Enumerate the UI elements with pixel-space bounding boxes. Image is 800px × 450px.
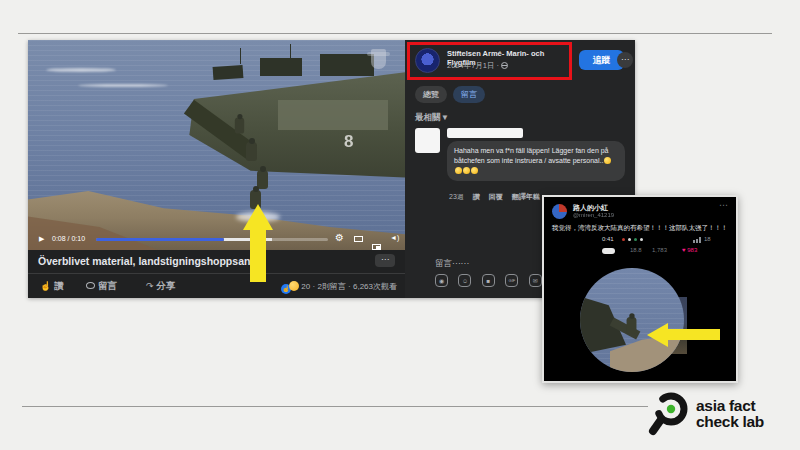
yellow-arrow-up-head: [243, 204, 273, 230]
comment-age: 23週: [449, 193, 464, 200]
composer-icon-row: ◉ ☺ ■ GIF ✉: [435, 274, 548, 292]
boat-superstructure: [320, 54, 374, 76]
commenter-avatar-redacted: [415, 128, 440, 153]
rofl-emoji: [471, 167, 478, 174]
bottom-divider-line: [22, 406, 648, 407]
post-action-bar: ☝讚 留言 ↷分享 ☝ 20 · 2則留言 · 6,263次觀看: [28, 273, 405, 298]
x-video-timestamp: 0:41: [602, 236, 614, 242]
asia-fact-check-lab-logo: asia fact check lab: [646, 388, 791, 440]
separator: ·: [348, 282, 351, 291]
heart-icon: ♥: [682, 247, 686, 253]
play-icon[interactable]: ▶: [39, 235, 44, 243]
signal-bars-icon: [696, 239, 698, 243]
x-repost-count[interactable]: 18.8: [630, 247, 642, 253]
comment-bubble[interactable]: Hahaha men va f*n fäll läppen! Lägger fa…: [447, 141, 625, 181]
comment-bubble-icon: [86, 282, 95, 289]
hull-number: 8: [344, 132, 353, 152]
comment-reply-link[interactable]: 回覆: [489, 193, 503, 200]
soldier-figure: [627, 317, 637, 334]
progress-dot: [622, 238, 625, 241]
boat-superstructure: [260, 58, 302, 76]
boat-hull-panel: [278, 100, 388, 130]
x-post-screenshot: 路人的小紅 @miren_41219 ⋯ 我觉得，湾湾反攻大陆真的有希望！！！这…: [542, 195, 738, 383]
top-divider-line: [18, 33, 772, 34]
soldier-figure: [246, 142, 257, 161]
x-liked-heart[interactable]: ♥ 983: [682, 247, 697, 253]
factcheck-graphic: 8 ▶ 0:08 / 0:10 ⚙ ◄) Överblivet: [0, 0, 800, 450]
like-button[interactable]: ☝讚: [40, 280, 64, 293]
comment-translate-link[interactable]: 翻譯年糕: [512, 193, 540, 200]
volume-icon[interactable]: ◄): [390, 234, 399, 241]
progress-dot: [628, 238, 631, 241]
engagement-summary[interactable]: ☝ 20 · 2則留言 · 6,263次觀看: [281, 281, 397, 294]
video-title: Överblivet material, landstigningshoppsa…: [38, 255, 250, 267]
comment-like-link[interactable]: 讚: [473, 193, 480, 200]
settings-gear-icon[interactable]: ⚙: [335, 232, 344, 243]
share-button[interactable]: ↷分享: [146, 280, 176, 293]
gif-icon[interactable]: GIF: [505, 274, 518, 287]
x-reply-count-redacted[interactable]: [602, 248, 615, 254]
armemarinfilm-watermark-crest: [371, 49, 386, 69]
separator: ·: [312, 282, 315, 291]
red-highlight-box: [407, 42, 572, 80]
x-engagement-row: 18.8 1,783 ♥ 983: [544, 247, 736, 255]
x-more-button[interactable]: ⋯: [719, 200, 728, 210]
avatar-sticker-icon[interactable]: ◉: [435, 274, 448, 287]
video-control-bar: ▶ 0:08 / 0:10 ⚙ ◄): [28, 228, 405, 250]
tab-comments[interactable]: 留言: [453, 86, 485, 103]
x-view-count: 18: [704, 236, 711, 242]
share-arrow-icon: ↷: [146, 281, 154, 291]
x-video-circle-crop: [580, 268, 684, 372]
comment-button[interactable]: 留言: [86, 280, 117, 293]
sort-dropdown[interactable]: 最相關 ▾: [415, 112, 447, 124]
comment-meta-row: 23週讚回覆翻譯年糕: [449, 192, 540, 202]
x-like-count[interactable]: 1,783: [652, 247, 667, 253]
magnifier-logo-icon: [646, 389, 692, 439]
x-post-text: 我觉得，湾湾反攻大陆真的有希望！！！这部队太强了！！！: [552, 224, 732, 233]
yellow-arrow-left-head: [647, 323, 668, 347]
progress-dot: [640, 238, 643, 241]
wave-foam: [78, 84, 168, 87]
laughing-emoji: [463, 167, 470, 174]
view-count: 6,263次觀看: [353, 282, 397, 291]
video-progress-bar[interactable]: [96, 238, 328, 241]
yellow-arrow-left-shaft: [667, 329, 720, 340]
boat-superstructure: [213, 65, 244, 80]
emoji-icon[interactable]: ☺: [458, 274, 471, 287]
post-more-button[interactable]: ⋯: [617, 52, 633, 68]
commenter-name-redacted: [447, 128, 523, 138]
camera-icon[interactable]: ■: [482, 274, 495, 287]
video-more-button[interactable]: ⋯: [375, 254, 395, 267]
comment-count: 2則留言: [317, 282, 345, 291]
sticker-icon[interactable]: ✉: [529, 274, 542, 287]
signal-bars-icon: [693, 240, 695, 243]
tab-overview[interactable]: 總覽: [415, 86, 447, 103]
theater-mode-icon[interactable]: [354, 236, 363, 242]
x-video-time-row: 0:41 18: [544, 236, 736, 244]
x-user-avatar[interactable]: [552, 204, 567, 219]
x-handle[interactable]: @miren_41219: [573, 212, 614, 218]
video-title-bar: Överblivet material, landstigningshoppsa…: [28, 250, 405, 273]
logo-wordmark: asia fact check lab: [696, 398, 764, 431]
laughing-emoji: [604, 157, 611, 164]
facebook-video-player[interactable]: 8 ▶ 0:08 / 0:10 ⚙ ◄): [28, 40, 405, 250]
comment-input[interactable]: 留言⋯⋯: [435, 258, 469, 270]
signal-bars-icon: [699, 237, 701, 243]
video-timestamp: 0:08 / 0:10: [52, 235, 85, 242]
reaction-count: 20: [301, 282, 310, 291]
rofl-emoji: [455, 167, 462, 174]
wave-foam: [46, 68, 116, 72]
boat-antenna: [240, 48, 241, 64]
boat-antenna: [290, 44, 291, 58]
yellow-arrow-up-shaft: [250, 229, 266, 282]
soldier-figure: [257, 170, 268, 189]
progress-dot: [634, 238, 637, 241]
haha-reaction-icon: [289, 281, 299, 291]
soldier-figure: [235, 117, 244, 133]
thumbs-up-icon: ☝: [40, 281, 51, 291]
